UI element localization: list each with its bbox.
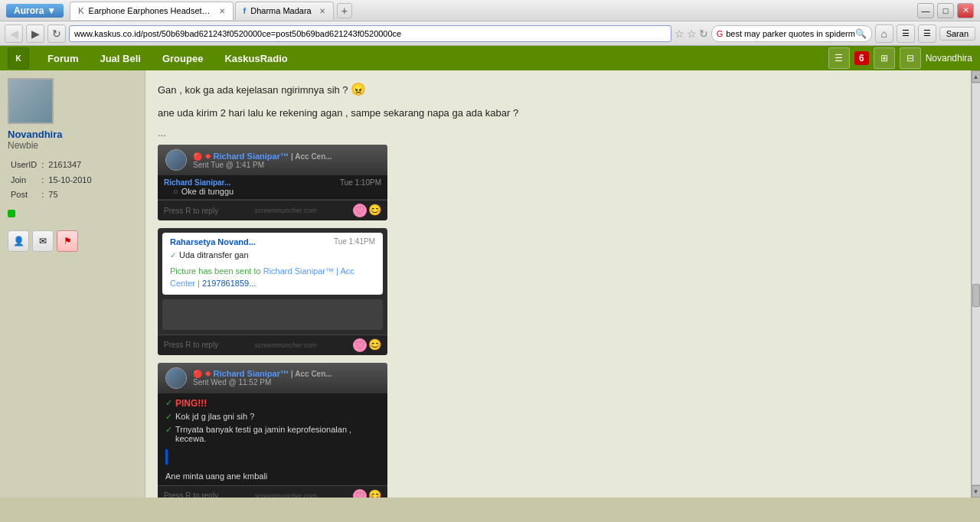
refresh-button[interactable]: ↻ bbox=[47, 24, 66, 43]
chat-header-3: 🔴 ❖ Richard Sianipar™ | Acc Cen... Sent … bbox=[158, 363, 387, 393]
minimize-button[interactable]: — bbox=[917, 3, 934, 18]
chat-sent-1: Sent Tue @ 1:41 PM bbox=[193, 161, 332, 169]
page-tools-button[interactable]: ☰ bbox=[897, 24, 915, 43]
scroll-down[interactable]: ▼ bbox=[972, 485, 981, 498]
chat-body-3: ✓ PING!!! ✓ Kok jd g jlas gni sih ? ✓ Tr… bbox=[158, 393, 387, 485]
chat-prev-msg: Oke di tunggu bbox=[181, 187, 234, 196]
search-submit-icon[interactable]: 🔍 bbox=[855, 28, 867, 39]
username-link[interactable]: Novandhira bbox=[8, 129, 137, 140]
notification-badge[interactable]: 6 bbox=[854, 51, 869, 65]
chat-header-1: 🔴 ❖ Richard Sianipar™ | Acc Cen... Sent … bbox=[158, 145, 387, 175]
userid-value: 2161347 bbox=[47, 158, 93, 172]
title-bar: Aurora ▼ K Earphone Earphones Headset iP… bbox=[0, 0, 980, 21]
star-icon[interactable]: ☆ bbox=[675, 28, 684, 40]
watermark-3: screenmuncher.com bbox=[254, 492, 316, 498]
watermark-2: screenmuncher.com bbox=[254, 341, 316, 349]
post-label: Post bbox=[9, 188, 38, 202]
nav-kaskusradio[interactable]: KaskusRadio bbox=[214, 48, 298, 69]
content-area: Gan , kok ga ada kejelasan ngirimnya sih… bbox=[145, 70, 971, 498]
chat2-sender: Raharsetya Novand... bbox=[170, 237, 256, 246]
address-bar[interactable] bbox=[69, 25, 671, 42]
scroll-thumb[interactable] bbox=[972, 284, 980, 307]
online-status bbox=[8, 210, 15, 217]
right-scrollbar[interactable]: ▲ ▼ bbox=[971, 70, 980, 498]
scroll-track[interactable] bbox=[972, 83, 981, 485]
tab-favicon: K bbox=[78, 6, 83, 15]
chat3-msg3: Trnyata banyak testi ga jamin keprofesio… bbox=[175, 425, 380, 443]
search-engine-icon: G bbox=[717, 29, 724, 38]
user-action-buttons: 👤 ✉ ⚑ bbox=[8, 230, 137, 252]
nav-jualbeli[interactable]: Jual Beli bbox=[89, 48, 151, 69]
tab-dharma[interactable]: f Dharma Madara ✕ bbox=[235, 2, 334, 20]
chat-prev-time: Tue 1:10PM bbox=[340, 178, 381, 187]
emoji-face: 😊 bbox=[368, 204, 381, 217]
profile-icon-btn[interactable]: 👤 bbox=[8, 230, 29, 252]
chat3-msg2: Kok jd g jlas gni sih ? bbox=[175, 412, 254, 421]
kaskus-logo: K bbox=[8, 47, 29, 69]
post-line1: Gan , kok ga ada kejelasan ngirimnya sih… bbox=[158, 80, 959, 100]
tab-close-dharma[interactable]: ✕ bbox=[319, 7, 325, 15]
chat-header-info: 🔴 ❖ Richard Sianipar™ | Acc Cen... Sent … bbox=[193, 152, 332, 169]
chat3-msg1: PING!!! bbox=[175, 398, 207, 409]
chat-screenshot-1: 🔴 ❖ Richard Sianipar™ | Acc Cen... Sent … bbox=[158, 145, 387, 220]
close-button[interactable]: ✕ bbox=[957, 3, 974, 18]
nav-icon2[interactable]: ⊞ bbox=[874, 47, 895, 69]
join-value: 15-10-2010 bbox=[47, 174, 93, 188]
nav-icon3[interactable]: ⊟ bbox=[900, 47, 921, 69]
reply-placeholder-2: Press R to reply bbox=[164, 341, 218, 349]
search-input[interactable] bbox=[726, 29, 854, 38]
chat-prev-name: Richard Sianipar... bbox=[164, 178, 230, 187]
home-button[interactable]: ⌂ bbox=[875, 24, 893, 43]
reply-placeholder-3: Press R to reply bbox=[164, 491, 218, 498]
chat-body-1: Richard Sianipar... Tue 1:10PM ○ Oke di … bbox=[158, 175, 387, 200]
maximize-button[interactable]: □ bbox=[937, 3, 954, 18]
chat2-time: Tue 1:41PM bbox=[334, 237, 375, 246]
nav-bar: ◀ ▶ ↻ ☆ ☆ ↻ G 🔍 ⌂ ☰ ☰ Saran bbox=[0, 21, 980, 46]
menu-button[interactable]: ☰ bbox=[918, 24, 936, 43]
chat-sender-1: 🔴 ❖ Richard Sianipar™ | Acc Cen... bbox=[193, 152, 332, 161]
user-info-table: UserID : 2161347 Join : 15-10-2010 Post … bbox=[8, 157, 95, 204]
join-label: Join bbox=[9, 174, 38, 188]
nav-forum[interactable]: Forum bbox=[37, 48, 89, 69]
chat2-image-placeholder bbox=[162, 299, 383, 330]
window-controls: — □ ✕ bbox=[917, 3, 974, 18]
star-icon3[interactable]: ↻ bbox=[699, 28, 708, 40]
aurora-button[interactable]: Aurora ▼ bbox=[6, 4, 64, 18]
chat-reply-3: Press R to reply screenmuncher.com ♡ 😊 bbox=[158, 485, 387, 498]
tab-active[interactable]: K Earphone Earphones Headset iPod... ✕ bbox=[70, 2, 233, 20]
star-icon2[interactable]: ☆ bbox=[687, 28, 697, 40]
emoji-pink3: ♡ bbox=[353, 489, 367, 498]
nav-username: Novandhira bbox=[926, 53, 972, 64]
chat-avatar-3 bbox=[165, 367, 187, 389]
avatar bbox=[8, 78, 54, 124]
chat-reply-1: Press R to reply screenmuncher.com ♡ 😊 bbox=[158, 200, 387, 220]
chat-sent-3: Sent Wed @ 11:52 PM bbox=[193, 378, 332, 387]
chat-screenshot-3: 🔴 ❖ Richard Sianipar™ | Acc Cen... Sent … bbox=[158, 363, 387, 498]
chat-emoticons-2: ♡ 😊 bbox=[353, 338, 381, 352]
chat2-link-text: Picture has been sent to Richard Sianipa… bbox=[170, 265, 375, 290]
main-layout: Novandhira Newbie UserID : 2161347 Join … bbox=[0, 70, 980, 498]
emoji-angry: 😠 bbox=[351, 83, 366, 96]
message-icon-btn[interactable]: ✉ bbox=[32, 230, 54, 252]
back-button[interactable]: ◀ bbox=[5, 24, 23, 43]
post-value: 75 bbox=[47, 188, 93, 202]
nav-groupee[interactable]: Groupee bbox=[152, 48, 214, 69]
scroll-up[interactable]: ▲ bbox=[972, 70, 981, 83]
tab-close-btn[interactable]: ✕ bbox=[219, 7, 225, 15]
report-icon: ⚑ bbox=[64, 236, 72, 246]
tab-title: Earphone Earphones Headset iPod... bbox=[89, 6, 211, 15]
post-line2: ane uda kirim 2 hari lalu ke rekening ag… bbox=[158, 106, 959, 122]
report-icon-btn[interactable]: ⚑ bbox=[57, 230, 78, 252]
chat3-cursor bbox=[165, 449, 168, 465]
sidebar: Novandhira Newbie UserID : 2161347 Join … bbox=[0, 70, 145, 498]
chat2-phone: 2197861859... bbox=[202, 279, 256, 288]
chat-header-info-3: 🔴 ❖ Richard Sianipar™ | Acc Cen... Sent … bbox=[193, 369, 332, 387]
emoji-face2: 😊 bbox=[368, 338, 381, 352]
new-tab-button[interactable]: + bbox=[337, 3, 352, 18]
forward-button[interactable]: ▶ bbox=[26, 24, 44, 43]
nav-icon1[interactable]: ☰ bbox=[828, 47, 850, 69]
saran-button[interactable]: Saran bbox=[939, 27, 975, 41]
watermark-1: screenmuncher.com bbox=[254, 207, 316, 214]
post-ellipsis: ... bbox=[158, 127, 959, 139]
emoji-pink: ♡ bbox=[353, 204, 367, 217]
